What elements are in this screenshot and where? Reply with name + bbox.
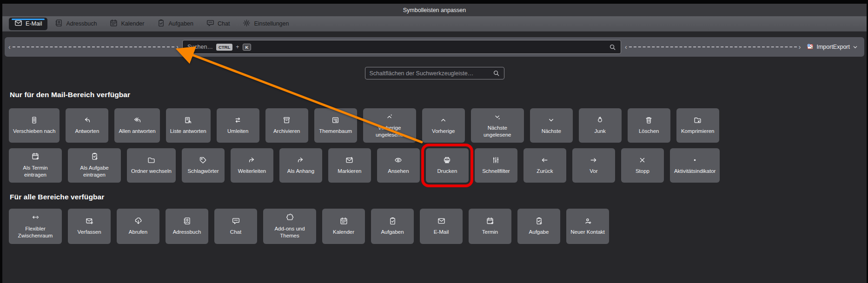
search-icon xyxy=(493,70,500,77)
addons-puzzle-icon xyxy=(286,213,294,222)
button-archivieren[interactable]: Archivieren xyxy=(265,108,308,143)
toolbar-preview: ‹ › Suchen… CTRL + K ‹ › ImportExport xyxy=(5,37,864,57)
button-add-ons-und-themes[interactable]: Add-ons und Themes xyxy=(263,209,316,244)
button-themenbaum[interactable]: Themenbaum xyxy=(314,108,357,143)
next-unread-icon xyxy=(493,112,501,121)
button-termin[interactable]: Termin xyxy=(469,209,511,244)
button-label: Chat xyxy=(230,229,241,236)
button-umleiten[interactable]: Umleiten xyxy=(217,108,259,143)
forward-attachment-icon xyxy=(297,156,305,164)
palette-row: Flexibler ZwischenraumVerfassenAbrufenAd… xyxy=(9,209,867,244)
compose-icon xyxy=(86,217,93,225)
calendar-plus-icon xyxy=(486,217,494,225)
tab-label: Aufgaben xyxy=(168,20,193,27)
calendar-icon xyxy=(110,19,118,28)
button-abrufen[interactable]: Abrufen xyxy=(117,209,159,244)
button-neuer-kontakt[interactable]: Neuer Kontakt xyxy=(566,209,609,244)
button-aufgaben[interactable]: Aufgaben xyxy=(371,209,414,244)
archive-icon xyxy=(283,116,291,124)
toolbar-search-field[interactable]: Suchen… CTRL + K xyxy=(182,40,621,54)
button-drucken[interactable]: Drucken xyxy=(426,148,469,183)
button-label: Verschieben nach xyxy=(13,128,55,135)
button-e-mail[interactable]: E-Mail xyxy=(420,209,463,244)
button-vor[interactable]: Vor xyxy=(572,148,615,183)
button-als-termin-eintragen[interactable]: Als Termin eintragen xyxy=(9,148,62,183)
tab-adressbuch[interactable]: Adressbuch xyxy=(49,18,102,30)
spacer-left-arrow-icon: ‹ xyxy=(625,43,627,51)
previous-unread-icon xyxy=(385,112,393,121)
button-label: Archivieren xyxy=(273,128,300,135)
forward-icon xyxy=(248,156,256,164)
button-label: Vorherige xyxy=(432,128,455,135)
settings-icon xyxy=(243,19,251,28)
button-antworten[interactable]: Antworten xyxy=(66,108,108,143)
button-label: Liste antworten xyxy=(170,128,206,135)
button-adressbuch[interactable]: Adressbuch xyxy=(166,209,208,244)
toolbar-spacer-left[interactable]: ‹ › xyxy=(8,40,179,53)
trash-icon xyxy=(645,116,653,124)
tab-e-mail[interactable]: E-Mail xyxy=(9,18,47,30)
folder-icon xyxy=(147,156,155,164)
button-label: Ordner wechseln xyxy=(131,168,172,175)
button-label: Löschen xyxy=(639,128,659,135)
button-stopp[interactable]: Stopp xyxy=(621,148,664,183)
tag-icon xyxy=(199,156,207,164)
button-verfassen[interactable]: Verfassen xyxy=(68,209,111,244)
button-label: Aufgabe xyxy=(529,229,549,236)
button-weiterleiten[interactable]: Weiterleiten xyxy=(231,148,273,183)
button-zuruck[interactable]: Zurück xyxy=(523,148,566,183)
button-ordner-wechseln[interactable]: Ordner wechseln xyxy=(127,148,176,183)
button-kalender[interactable]: Kalender xyxy=(322,209,365,244)
button-chat[interactable]: Chat xyxy=(214,209,257,244)
new-contact-icon xyxy=(584,217,592,225)
stop-x-icon xyxy=(638,156,646,164)
flex-space-icon xyxy=(32,213,40,222)
tab-label: E-Mail xyxy=(26,20,42,27)
chat-icon xyxy=(206,19,214,28)
button-label: Abrufen xyxy=(129,229,147,236)
button-loschen[interactable]: Löschen xyxy=(628,108,670,143)
button-label: Markieren xyxy=(338,168,361,175)
palette-filter-field[interactable] xyxy=(365,67,504,79)
tab-chat[interactable]: Chat xyxy=(201,18,235,30)
button-ansehen[interactable]: Ansehen xyxy=(377,148,420,183)
importexport-button[interactable]: ImportExport xyxy=(804,41,860,53)
button-komprimieren[interactable]: Komprimieren xyxy=(676,108,719,143)
button-aufgabe[interactable]: Aufgabe xyxy=(517,209,560,244)
tab-einstellungen[interactable]: Einstellungen xyxy=(237,18,294,30)
tab-kalender[interactable]: Kalender xyxy=(104,18,150,30)
button-label: Adressbuch xyxy=(173,229,201,236)
button-liste-antworten[interactable]: Liste antworten xyxy=(166,108,211,143)
palette-filter-input[interactable] xyxy=(370,70,490,77)
addressbook-icon xyxy=(183,217,191,225)
tab-aufgaben[interactable]: Aufgaben xyxy=(152,18,199,30)
button-markieren[interactable]: Markieren xyxy=(328,148,371,183)
redirect-icon xyxy=(234,116,242,124)
button-aktivitatsindikator[interactable]: Aktivitätsindikator xyxy=(670,148,720,183)
spacer-dash-icon xyxy=(629,46,797,47)
toolbar-spacer-right[interactable]: ‹ › xyxy=(625,40,801,53)
button-schlagworter[interactable]: Schlagwörter xyxy=(182,148,225,183)
button-allen-antworten[interactable]: Allen antworten xyxy=(114,108,159,143)
button-als-anhang[interactable]: Als Anhang xyxy=(279,148,322,183)
button-label: Als Termin eintragen xyxy=(13,165,58,178)
button-label: Themenbaum xyxy=(319,128,352,135)
button-nachste-ungelesene[interactable]: Nächste ungelesene xyxy=(471,108,524,143)
button-flexibler-zwischenraum[interactable]: Flexibler Zwischenraum xyxy=(9,209,62,244)
search-placeholder: Suchen… xyxy=(187,44,213,50)
importexport-icon xyxy=(806,43,814,52)
button-junk[interactable]: Junk xyxy=(579,108,622,143)
button-label: Umleiten xyxy=(227,128,248,135)
button-verschieben-nach[interactable]: Verschieben nach xyxy=(9,108,60,143)
button-label: Stopp xyxy=(636,168,649,175)
button-als-aufgabe-eintragen[interactable]: Als Aufgabe eintragen xyxy=(68,148,121,183)
window-title: Symbolleisten anpassen xyxy=(403,7,466,13)
button-nachste[interactable]: Nächste xyxy=(530,108,573,143)
button-vorherige[interactable]: Vorherige xyxy=(422,108,465,143)
mail-icon xyxy=(14,19,22,28)
button-schnellfilter[interactable]: Schnellfilter xyxy=(475,148,517,183)
section-title-mail-only: Nur für den Mail-Bereich verfügbar xyxy=(10,91,867,99)
button-label: Kalender xyxy=(333,229,354,236)
button-vorherige-ungelesene[interactable]: Vorherige ungelesene xyxy=(363,108,416,143)
chevron-down-icon xyxy=(853,45,858,50)
